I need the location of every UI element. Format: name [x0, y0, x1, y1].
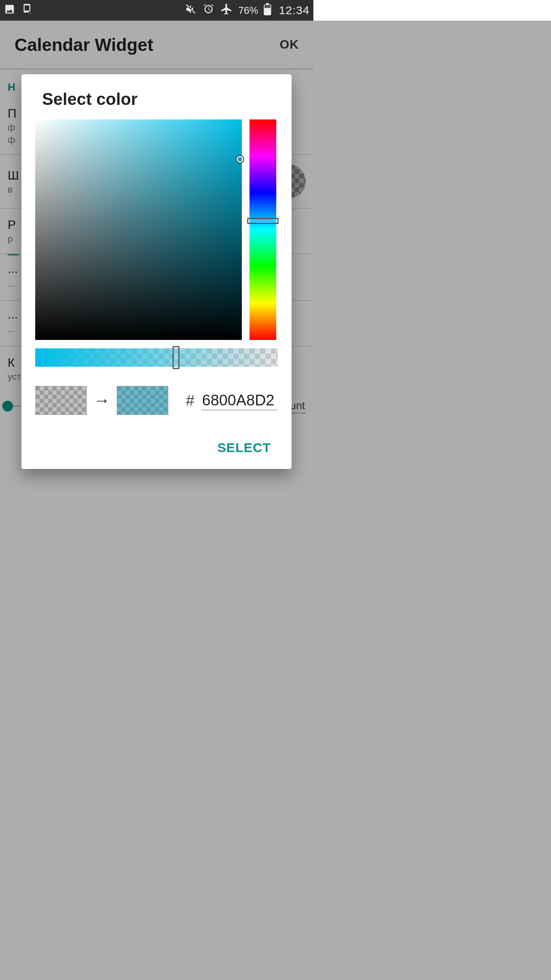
vibrate-mute-icon: [185, 3, 197, 18]
image-icon: [4, 3, 15, 18]
sv-black-layer: [35, 119, 242, 340]
new-color-overlay: [117, 386, 168, 415]
alpha-slider[interactable]: [35, 348, 278, 367]
alpha-gradient: [35, 348, 278, 367]
hue-slider[interactable]: [249, 119, 276, 340]
svg-text:!: !: [30, 11, 31, 15]
select-button[interactable]: SELECT: [210, 436, 278, 459]
hue-thumb[interactable]: [247, 218, 279, 224]
color-picker-dialog: Select color → # SELECT: [21, 74, 292, 469]
saturation-value-panel[interactable]: [35, 119, 242, 340]
dialog-title: Select color: [35, 90, 278, 109]
airplane-icon: [220, 3, 233, 18]
alpha-thumb[interactable]: [173, 346, 179, 369]
sv-cursor[interactable]: [236, 156, 243, 163]
status-bar: ! 76% 12:34: [0, 0, 313, 21]
hash-label: #: [186, 392, 194, 409]
old-color-swatch: [35, 386, 87, 415]
svg-rect-2: [264, 5, 271, 8]
new-color-swatch: [117, 386, 168, 415]
device-alert-icon: !: [22, 3, 34, 18]
arrow-right-icon: →: [94, 391, 110, 410]
battery-percent: 76%: [238, 5, 258, 16]
color-compare-row: → #: [35, 386, 278, 415]
hex-input[interactable]: [201, 391, 278, 410]
battery-icon: [264, 3, 271, 18]
status-clock: 12:34: [279, 4, 310, 17]
alarm-icon: [202, 3, 215, 18]
